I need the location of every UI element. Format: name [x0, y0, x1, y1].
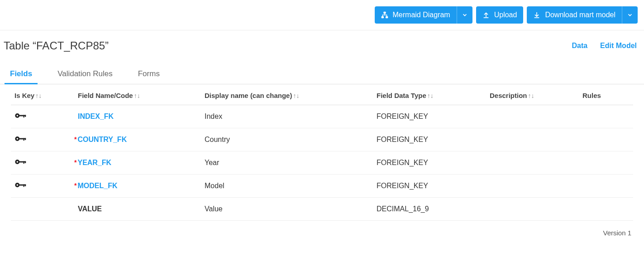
col-header-description[interactable]: Description↑↓ — [486, 84, 579, 105]
tab-fields[interactable]: Fields — [5, 65, 38, 84]
cell-display-name: Country — [201, 128, 373, 151]
tab-forms[interactable]: Forms — [133, 65, 165, 84]
field-link[interactable]: YEAR_FK — [77, 159, 111, 166]
cell-iskey — [11, 198, 74, 221]
cell-field-name: INDEX_FK — [74, 105, 201, 128]
header-row: Table “FACT_RCP85” Data Edit Model — [0, 30, 644, 52]
cell-display-name: Index — [201, 105, 373, 128]
version-label: Version 1 — [0, 221, 644, 241]
required-star-icon: * — [74, 182, 76, 189]
download-label: Download mart model — [545, 11, 615, 19]
svg-rect-15 — [19, 161, 26, 163]
key-icon — [14, 182, 27, 190]
cell-field-name: VALUE — [74, 198, 201, 221]
data-link[interactable]: Data — [572, 42, 587, 50]
tab-validation-rules[interactable]: Validation Rules — [52, 65, 118, 84]
required-star-icon: * — [74, 136, 76, 143]
download-split: Download mart model — [527, 6, 638, 24]
svg-rect-21 — [24, 185, 24, 187]
cell-description — [486, 105, 579, 128]
upload-icon — [482, 11, 490, 19]
cell-display-name: Year — [201, 151, 373, 175]
field-link[interactable]: COUNTRY_FK — [77, 136, 127, 143]
cell-rules — [579, 175, 633, 198]
mermaid-diagram-button[interactable]: Mermaid Diagram — [375, 6, 457, 24]
page-title: Table “FACT_RCP85” — [4, 39, 109, 52]
svg-rect-6 — [24, 115, 24, 118]
svg-rect-20 — [19, 185, 26, 186]
cell-description — [486, 151, 579, 175]
svg-rect-16 — [24, 161, 24, 164]
svg-point-19 — [17, 184, 19, 186]
sort-icon: ↑↓ — [134, 92, 140, 99]
svg-rect-0 — [384, 12, 386, 13]
svg-point-9 — [17, 138, 19, 140]
sort-icon: ↑↓ — [528, 92, 534, 99]
cell-rules — [579, 128, 633, 151]
key-icon — [14, 159, 27, 166]
sitemap-icon — [381, 11, 388, 19]
fields-table-wrap: Is Key↑↓ Field Name/Code↑↓ Display name … — [0, 84, 644, 221]
svg-rect-22 — [25, 185, 26, 186]
table-row: *MODEL_FKModelFOREIGN_KEY — [11, 175, 633, 198]
fields-table: Is Key↑↓ Field Name/Code↑↓ Display name … — [11, 84, 633, 221]
col-header-rules: Rules — [579, 84, 633, 105]
cell-rules — [579, 151, 633, 175]
col-header-iskey[interactable]: Is Key↑↓ — [11, 84, 74, 105]
svg-rect-2 — [386, 16, 387, 18]
table-row: *COUNTRY_FKCountryFOREIGN_KEY — [11, 128, 633, 151]
col-header-field-name[interactable]: Field Name/Code↑↓ — [74, 84, 201, 105]
sort-icon: ↑↓ — [35, 92, 42, 99]
cell-field-name: *MODEL_FK — [74, 175, 201, 198]
key-icon — [14, 112, 27, 120]
field-link[interactable]: MODEL_FK — [77, 182, 117, 190]
cell-iskey — [11, 105, 74, 128]
chevron-down-icon — [627, 12, 633, 18]
header-links: Data Edit Model — [572, 42, 637, 50]
cell-rules — [579, 198, 633, 221]
cell-rules — [579, 105, 633, 128]
cell-description — [486, 175, 579, 198]
svg-rect-11 — [24, 138, 24, 141]
field-name-text: VALUE — [78, 205, 102, 213]
download-icon — [533, 11, 540, 19]
col-header-data-type[interactable]: Field Data Type↑↓ — [373, 84, 486, 105]
cell-data-type: FOREIGN_KEY — [373, 128, 486, 151]
download-dropdown-button[interactable] — [622, 6, 638, 24]
cell-description — [486, 128, 579, 151]
col-header-display-name[interactable]: Display name (can change)↑↓ — [201, 84, 373, 105]
required-star-icon: * — [74, 159, 76, 166]
chevron-down-icon — [462, 12, 468, 18]
svg-rect-10 — [19, 138, 26, 140]
svg-rect-12 — [25, 138, 26, 140]
sort-icon: ↑↓ — [427, 92, 434, 99]
svg-point-4 — [17, 115, 19, 117]
mermaid-diagram-split: Mermaid Diagram — [375, 6, 472, 24]
cell-data-type: FOREIGN_KEY — [373, 151, 486, 175]
cell-data-type: FOREIGN_KEY — [373, 105, 486, 128]
upload-button[interactable]: Upload — [476, 6, 524, 24]
edit-model-link[interactable]: Edit Model — [600, 42, 637, 50]
cell-iskey — [11, 128, 74, 151]
upload-label: Upload — [494, 11, 517, 19]
cell-description — [486, 198, 579, 221]
mermaid-label: Mermaid Diagram — [393, 11, 450, 19]
tabs: Fields Validation Rules Forms — [0, 65, 644, 84]
table-row: *YEAR_FKYearFOREIGN_KEY — [11, 151, 633, 175]
cell-display-name: Model — [201, 175, 373, 198]
download-button[interactable]: Download mart model — [527, 6, 622, 24]
cell-display-name: Value — [201, 198, 373, 221]
cell-data-type: DECIMAL_16_9 — [373, 198, 486, 221]
mermaid-dropdown-button[interactable] — [457, 6, 472, 24]
field-link[interactable]: INDEX_FK — [78, 112, 114, 120]
table-row: VALUEValueDECIMAL_16_9 — [11, 198, 633, 221]
toolbar: Mermaid Diagram Upload Download mart mod… — [0, 0, 644, 30]
table-row: INDEX_FKIndexFOREIGN_KEY — [11, 105, 633, 128]
cell-iskey — [11, 175, 74, 198]
svg-rect-17 — [25, 161, 26, 163]
cell-field-name: *COUNTRY_FK — [74, 128, 201, 151]
svg-rect-7 — [25, 115, 26, 117]
cell-iskey — [11, 151, 74, 175]
svg-rect-5 — [19, 115, 26, 117]
key-icon — [14, 136, 27, 143]
